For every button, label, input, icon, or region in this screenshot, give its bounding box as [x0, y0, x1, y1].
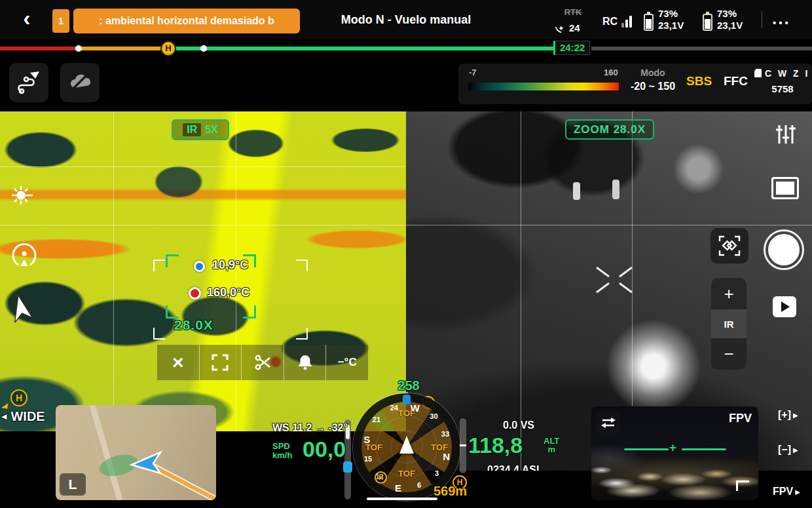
pip-view-button[interactable] [771, 177, 799, 199]
wide-camera-switch[interactable]: ◀ WIDE [1, 409, 45, 424]
close-icon: × [172, 354, 184, 371]
zoom-out-button[interactable]: − [711, 338, 747, 370]
gimbal-zoom-out-button[interactable]: [−] ▶ [778, 444, 798, 456]
shutter-button[interactable] [764, 229, 804, 270]
grid-line [521, 111, 521, 471]
slider-handle[interactable] [343, 461, 352, 473]
asl-value: 0234.4 ASL [487, 464, 543, 471]
compass-label: 6 [411, 481, 427, 490]
compass-label: E [390, 482, 406, 492]
compass-label: 21 [369, 416, 384, 425]
link-focus-icon [718, 235, 741, 256]
scale-min: -7 [469, 68, 477, 77]
thermal-palette-bar[interactable] [468, 83, 619, 90]
gps-status[interactable]: 24 [555, 21, 595, 34]
scissors-icon [254, 354, 271, 371]
ir-toggle-label[interactable]: IR [711, 309, 747, 338]
battery2-info: 73% 23,1V [717, 8, 743, 31]
battery2-icon[interactable] [703, 14, 712, 31]
altitude-units: ALT m [544, 437, 559, 454]
vertical-speed: 0.0 VS [503, 420, 534, 431]
rtk-status[interactable]: RTK [558, 7, 588, 17]
ffc-button[interactable]: FFC [724, 74, 748, 88]
crosshair-icon [591, 264, 637, 296]
modo-range[interactable]: -20 ~ 150 [618, 81, 688, 92]
battery1-icon[interactable] [644, 14, 654, 31]
fpv-switch-button[interactable]: FPV ▶ [773, 486, 800, 498]
alt-unit: m [544, 445, 559, 454]
person-blob [612, 180, 619, 199]
fpv-thumbnail[interactable]: FPV + [591, 406, 758, 500]
rc-signal[interactable]: RC [602, 16, 632, 28]
plus-bracket-label: [+] [778, 409, 791, 421]
timeline-waypoint-dot [75, 45, 82, 52]
grid-line [113, 111, 114, 431]
cold-spot-dot [194, 261, 205, 272]
back-button[interactable]: ‹ [16, 8, 38, 30]
ir-video-feed[interactable]: IR 5X 10 [0, 111, 406, 431]
warning-count-badge[interactable]: 1 [52, 9, 69, 33]
measure-toolbar: × −°C [157, 345, 368, 380]
home-point-badge: H [10, 389, 28, 406]
sd-card-icon [754, 69, 762, 77]
ir-digital-zoom: 28.0X [174, 317, 213, 333]
timeline-segment-green [169, 47, 553, 50]
cut-region-button[interactable] [242, 345, 284, 380]
timeline-waypoint-dot [200, 45, 207, 52]
sd-capacity: 5758 [754, 83, 811, 94]
modo-label: Modo [623, 68, 682, 78]
heading-value: 258 [393, 378, 424, 393]
hot-spot-temp: 160,0°C [207, 286, 249, 300]
battery1-info: 73% 23,1V [658, 8, 684, 31]
swap-view-button[interactable] [597, 412, 620, 434]
wide-label: WIDE [10, 409, 45, 424]
timeline-segment-orange [79, 47, 169, 50]
battery2-voltage: 23,1V [717, 20, 743, 31]
cold-spot-temp: 10,9°C [212, 258, 248, 272]
alarm-button[interactable] [284, 345, 327, 380]
ir-zoom-badge[interactable]: IR 5X [172, 119, 229, 140]
waypoint-mission-button[interactable] [9, 63, 48, 102]
compass-label: 3 [429, 469, 445, 479]
close-measure-button[interactable]: × [157, 345, 200, 380]
speed-units: SPD km/h [272, 442, 292, 460]
warning-banner[interactable]: : ambiental horizontal demasiado b [73, 9, 300, 33]
corner-bracket-icon [736, 480, 749, 491]
bar-center-tick [460, 444, 466, 446]
tof-label: TOF [428, 442, 451, 452]
signal-bars-icon [621, 16, 632, 28]
right-triangle-icon: ▶ [795, 488, 800, 496]
link-focus-button[interactable] [710, 228, 748, 264]
playback-button[interactable] [773, 296, 796, 317]
scale-line [367, 498, 437, 500]
cloud-offline-button[interactable] [60, 63, 100, 102]
tof-label: TOF [396, 469, 418, 479]
top-status-bar: ‹ 1 : ambiental horizontal demasiado b M… [0, 0, 812, 39]
zoom-in-button[interactable]: + [711, 278, 747, 309]
expand-icon [212, 354, 229, 371]
exposure-sun-icon[interactable] [7, 181, 35, 210]
grid-line [632, 111, 633, 413]
rc-label: RC [602, 16, 618, 28]
bell-icon [297, 354, 313, 371]
ir-label: IR [183, 123, 201, 136]
timeline-segment-remaining [591, 47, 812, 50]
gimbal-zoom-in-button[interactable]: [+] ▶ [778, 409, 798, 421]
sbs-mode-button[interactable]: SBS [686, 74, 712, 88]
home-marker: H [375, 471, 387, 484]
fpv-button-label: FPV [773, 486, 793, 498]
shutter-inner [768, 234, 800, 265]
divider [762, 11, 762, 28]
more-menu-button[interactable]: ••• [773, 17, 791, 28]
zoom-level-badge[interactable]: ZOOM 28.0X [565, 119, 654, 140]
map-thumbnail[interactable]: L [56, 405, 216, 500]
temp-unit-button[interactable]: −°C [326, 345, 368, 380]
cloud-off-icon [67, 69, 93, 96]
horizon-line [682, 448, 726, 450]
mission-timeline[interactable]: H 24:22 [0, 39, 812, 56]
grid-line [406, 225, 812, 225]
expand-measure-button[interactable] [200, 345, 242, 380]
minus-bracket-label: [−] [778, 444, 791, 456]
spd-label: SPD [272, 442, 292, 451]
camera-settings-button[interactable] [773, 122, 798, 147]
